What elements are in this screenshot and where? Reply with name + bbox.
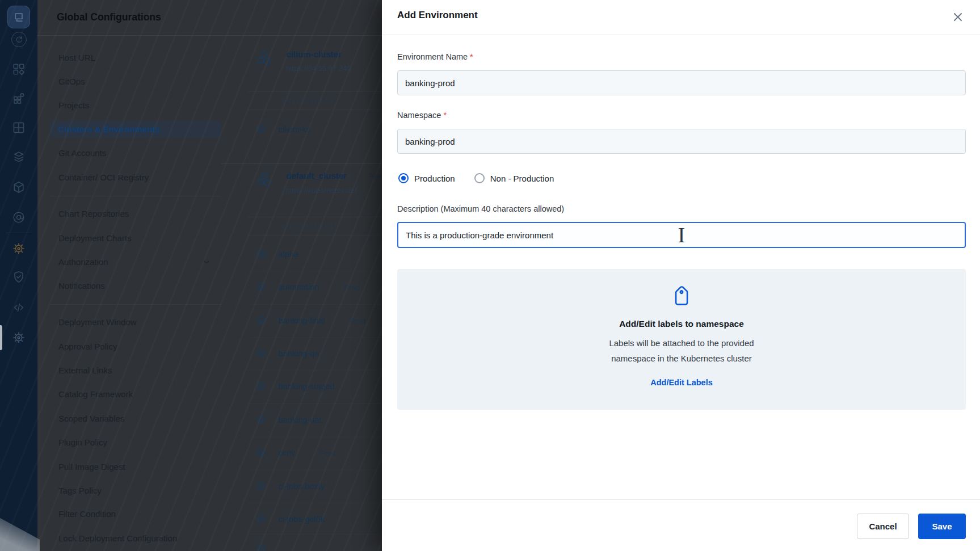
menu-item-gitops[interactable]: GitOps: [50, 73, 221, 90]
save-button[interactable]: Save: [918, 514, 966, 539]
environment-prod-tag: Prod: [344, 283, 359, 292]
add-edit-labels-link[interactable]: Add/Edit Labels: [397, 378, 966, 387]
environment-name: banking-staged: [278, 382, 334, 391]
environment-name: alpha: [278, 250, 298, 259]
hexagon-env-icon: [255, 249, 267, 260]
cluster-name: default_clusterProd: [286, 170, 382, 182]
menu-item-pull-image-digest[interactable]: Pull Image Digest: [50, 459, 221, 476]
tag-icon: [667, 283, 696, 312]
close-icon[interactable]: [951, 10, 965, 24]
menu-item-host-url[interactable]: Host URL: [50, 49, 221, 66]
labels-panel-text: Labels will be attached to the provided: [397, 338, 966, 348]
description-input[interactable]: [397, 222, 966, 248]
menu-item-tags-policy[interactable]: Tags Policy: [50, 482, 221, 499]
cluster-name: cilium-cluster: [286, 49, 351, 60]
menu-item-deployment-charts[interactable]: Deployment Charts: [50, 230, 221, 247]
environment-prod-tag: Prod: [350, 317, 365, 325]
chart-store-icon[interactable]: [12, 211, 26, 224]
menu-item-projects[interactable]: Projects: [50, 97, 221, 114]
row-divider: [247, 304, 382, 305]
hexagon-env-icon: [255, 124, 267, 135]
environment-section-header: ENVIRONMENT: [247, 91, 382, 110]
drawer-footer: Cancel Save: [382, 499, 980, 551]
menu-item-clusters-environments[interactable]: Clusters & Environments: [50, 121, 221, 138]
environment-row[interactable]: automationProd: [255, 279, 359, 295]
environment-prod-tag: Prod: [320, 449, 335, 457]
environment-name: banking-final: [278, 316, 325, 325]
menu-item-scoped-variables[interactable]: Scoped Variables: [50, 410, 221, 427]
environment-row[interactable]: cilium-ks: [255, 121, 310, 137]
row-divider: [247, 436, 382, 437]
environment-row[interactable]: ci-jobs-gel6k: [255, 511, 324, 527]
app-group-icon[interactable]: [12, 121, 26, 134]
environment-name: ccnv: [278, 448, 295, 457]
menu-item-deployment-window[interactable]: Deployment Window: [50, 314, 221, 331]
cube-icon[interactable]: [12, 180, 26, 194]
menu-item-container-oci-registry[interactable]: Container/ OCI Registry: [50, 169, 221, 186]
menu-item-git-accounts[interactable]: Git Accounts: [50, 145, 221, 162]
sync-badge-icon: [11, 32, 27, 47]
cluster-url: https://34.55.97.240: [286, 64, 351, 74]
menu-section-divider: [50, 196, 221, 196]
hexagon-env-icon: [255, 315, 267, 326]
environment-section-header: ENVIRONMENT: [247, 217, 382, 235]
global-config-panel: Global Configurations Host URLGitOpsProj…: [37, 0, 382, 551]
environment-row[interactable]: ci-jobs-bexty: [255, 478, 324, 494]
menu-item-approval-policy[interactable]: Approval Policy: [50, 338, 221, 355]
cluster-icon: [255, 171, 272, 188]
menu-item-authorization[interactable]: Authorization: [50, 254, 221, 271]
environment-name-label: Environment Name*: [397, 52, 473, 62]
environment-row[interactable]: banking-qa: [255, 346, 319, 361]
menu-item-notifications[interactable]: Notifications: [50, 277, 221, 295]
stack-icon[interactable]: [12, 150, 26, 164]
decorative-wedge: [0, 505, 40, 551]
cluster-divider: [221, 163, 382, 164]
radio-label: Non - Production: [490, 174, 554, 183]
sidebar: [0, 0, 37, 551]
menu-item-chart-repositories[interactable]: Chart Repositories: [50, 205, 221, 222]
namespace-input[interactable]: [397, 129, 966, 154]
row-divider: [247, 337, 382, 338]
radio-circle-icon[interactable]: [474, 173, 485, 183]
radio-circle-icon[interactable]: [398, 173, 409, 183]
environment-row[interactable]: banking-staged: [255, 378, 334, 394]
security-shield-icon[interactable]: [12, 270, 26, 284]
row-divider: [247, 403, 382, 404]
radio-non-production[interactable]: Non - Production: [474, 173, 554, 183]
environment-row[interactable]: ccnvProd: [255, 445, 335, 461]
code-icon[interactable]: [12, 301, 26, 314]
hexagon-env-icon: [255, 414, 267, 426]
environment-row[interactable]: banking-finalProd: [255, 313, 365, 329]
chevron-down-icon: [202, 258, 211, 267]
app-root: Global Configurations Host URLGitOpsProj…: [0, 0, 980, 551]
radio-production[interactable]: Production: [398, 173, 455, 183]
settings-gear-icon[interactable]: [12, 331, 26, 344]
hexagon-env-icon: [255, 381, 267, 392]
environment-row[interactable]: [255, 541, 267, 551]
row-divider: [247, 271, 382, 272]
environment-name: ci-jobs-bexty: [278, 482, 324, 491]
app-logo-icon[interactable]: [7, 6, 30, 28]
row-divider: [247, 503, 382, 503]
add-environment-drawer: Add Environment Environment Name* Namesp…: [382, 0, 980, 551]
description-label: Description (Maximum 40 characters allow…: [397, 204, 564, 214]
menu-item-external-links[interactable]: External Links: [50, 362, 221, 379]
jobs-icon[interactable]: [12, 91, 26, 105]
environment-name-input[interactable]: [397, 70, 966, 95]
menu-item-filter-condition[interactable]: Filter Condition: [50, 506, 221, 523]
environment-name: ci-jobs-gel6k: [278, 515, 324, 524]
menu-item-plugin-policy[interactable]: Plugin Policy: [50, 434, 221, 451]
row-divider: [247, 534, 382, 535]
menu-item-catalog-framework[interactable]: Catalog Framework: [50, 386, 221, 403]
hexagon-env-icon: [255, 447, 267, 459]
environment-row[interactable]: alpha: [255, 246, 298, 262]
menu-item-lock-deployment-configuration[interactable]: Lock Deployment Configuration: [50, 530, 221, 547]
environment-row[interactable]: banking-uat: [255, 412, 321, 428]
cancel-button[interactable]: Cancel: [857, 514, 909, 539]
apps-grid-icon[interactable]: [12, 62, 26, 76]
required-asterisk: *: [443, 111, 447, 120]
stack-manager-gear-icon[interactable]: [12, 242, 26, 255]
hexagon-env-icon: [255, 348, 267, 359]
radio-label: Production: [414, 174, 455, 183]
environment-name: banking-uat: [278, 415, 321, 424]
